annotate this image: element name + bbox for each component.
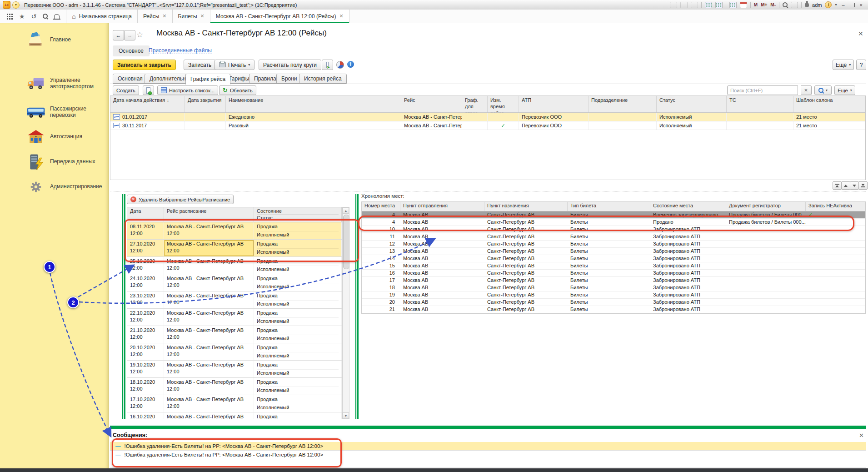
delete-selected-runs-button[interactable]: ✕ Удалить Выбранные РейсыРасписание (127, 195, 234, 204)
run-row[interactable]: 18.10.202012:00 Москва АВ - Санкт-Петерб… (127, 378, 342, 395)
forward-button[interactable]: → (124, 30, 135, 40)
seat-row[interactable]: 21 Москва АВ Санкт-Петербург АВ Билеты З… (362, 306, 865, 313)
run-row[interactable]: 27.10.202012:00 Москва АВ - Санкт-Петерб… (127, 240, 342, 257)
favorite-star-icon[interactable]: ☆ (136, 30, 143, 40)
memory-button[interactable]: M (754, 2, 758, 7)
seat-row[interactable]: 14 Москва АВ Санкт-Петербург АВ Билеты З… (362, 255, 865, 262)
run-row[interactable]: 08.11.202012:00 Москва АВ - Санкт-Петерб… (127, 222, 342, 240)
sidebar-item-avtostanciya[interactable]: Автостанция (0, 125, 109, 149)
notifications-icon[interactable] (54, 14, 60, 19)
scroll-up-icon[interactable]: ▲ (343, 207, 349, 214)
close-tab-icon[interactable]: ✕ (162, 13, 166, 19)
nav-link-main[interactable]: Основное (113, 45, 150, 56)
tab-bilety[interactable]: Билеты ✕ (172, 10, 210, 23)
schedule-row[interactable]: 30.11.2017 Разовый Москва АВ - Санкт-Пет… (110, 121, 865, 130)
sidebar-item-administrirovanie[interactable]: Администрирование (0, 175, 109, 199)
seat-row[interactable]: 16 Москва АВ Санкт-Петербург АВ Билеты З… (362, 270, 865, 277)
move-top-button[interactable] (833, 181, 842, 190)
maximize-button[interactable] (850, 3, 855, 7)
more-button-list[interactable]: Еще▾ (834, 85, 855, 95)
print-icon[interactable] (680, 2, 688, 8)
print-button[interactable]: Печать▾ (215, 60, 254, 70)
close-tab-icon[interactable]: ✕ (200, 13, 205, 19)
scrollbar-thumb[interactable] (343, 215, 349, 269)
calculator-icon[interactable] (729, 2, 737, 8)
run-row[interactable]: 21.10.202012:00 Москва АВ - Санкт-Петерб… (127, 326, 342, 343)
move-down-button[interactable] (850, 181, 859, 190)
back-button[interactable]: ← (113, 30, 124, 40)
schedule-row[interactable]: 01.01.2017 Ежедневно Москва АВ - Санкт-П… (110, 113, 865, 121)
move-bottom-button[interactable] (858, 181, 868, 190)
history-icon[interactable]: ↺ (31, 13, 37, 20)
print-preview-icon[interactable] (691, 2, 698, 8)
seat-row[interactable]: 15 Москва АВ Санкт-Петербург АВ Билеты З… (362, 262, 865, 270)
seat-row[interactable]: 13 Москва АВ Санкт-Петербург АВ Билеты З… (362, 248, 865, 255)
memory-plus-button[interactable]: M+ (761, 2, 767, 7)
tab-moskva-spb[interactable]: Москва АВ - Санкт-Петербург АВ 12:00 (Ре… (210, 10, 349, 23)
message-row[interactable]: — !Ошибка удаления-Есть Билеты! на РР: <… (110, 442, 866, 451)
save-icon[interactable] (670, 2, 677, 8)
seat-row[interactable]: 4 Москва АВ Санкт-Петербург АВ Билеты Пр… (362, 219, 865, 226)
calc-half-circles-button[interactable]: Расчитать полу круги (259, 60, 321, 70)
form-close-icon[interactable]: ✕ (858, 30, 863, 37)
tab-osnovnaya[interactable]: Основная (113, 74, 148, 84)
message-row[interactable]: — !Ошибка удаления-Есть Билеты! на РР: <… (110, 451, 866, 459)
create-button[interactable]: Создать (113, 85, 139, 95)
seat-row[interactable]: 12 Москва АВ Санкт-Петербург АВ Билеты З… (362, 241, 865, 248)
sidebar-item-peredacha-dannyh[interactable]: Передача данных (0, 150, 109, 174)
messages-close-icon[interactable]: ✕ (859, 432, 864, 439)
zoom-icon[interactable] (783, 2, 788, 7)
info-icon[interactable]: i (825, 1, 832, 8)
tab-home[interactable]: ⌂ Начальная страница (66, 10, 137, 23)
report-button[interactable]: ➤ (322, 60, 333, 70)
memory-minus-button[interactable]: M- (770, 2, 776, 7)
scroll-down-icon[interactable]: ▼ (343, 412, 349, 419)
tab-broni[interactable]: Брони (276, 74, 302, 84)
all-functions-icon[interactable] (6, 13, 13, 20)
runs-scrollbar[interactable]: ▲ ▼ (342, 207, 349, 419)
save-close-button[interactable]: Записать и закрыть (113, 60, 176, 70)
seat-row[interactable]: 17 Москва АВ Санкт-Петербург АВ Билеты З… (362, 277, 865, 284)
runs-table-header[interactable]: Дата Рейс расписание СостояниеСтатус (127, 207, 342, 222)
clear-search-button[interactable]: ✕ (801, 85, 812, 95)
info-button[interactable]: i (347, 61, 354, 68)
calendar-icon[interactable] (740, 2, 747, 8)
sidebar-item-passazhirskie-perevozki[interactable]: Пассажирские перевозки (0, 100, 109, 124)
seat-row[interactable]: 19 Москва АВ Санкт-Петербург АВ Билеты З… (362, 291, 865, 299)
run-row[interactable]: 22.10.202012:00 Москва АВ - Санкт-Петерб… (127, 309, 342, 326)
move-up-button[interactable] (841, 181, 850, 190)
run-row[interactable]: 16.10.202012:00 Москва АВ - Санкт-Петерб… (127, 412, 342, 419)
seat-row[interactable]: 10 Москва АВ Санкт-Петербург АВ Билеты З… (362, 226, 865, 233)
chevron-down-icon[interactable]: ▾ (835, 3, 837, 7)
sidebar-item-glavnoe[interactable]: Главное (0, 28, 109, 52)
search-input[interactable] (727, 85, 798, 95)
run-row[interactable]: 20.10.202012:00 Москва АВ - Санкт-Петерб… (127, 343, 342, 361)
seat-row[interactable]: 20 Москва АВ Санкт-Петербург АВ Билеты З… (362, 299, 865, 306)
help-button[interactable]: ? (856, 60, 866, 70)
chronology-table-header[interactable]: Номер места Пункт отправления Пункт назн… (362, 202, 865, 211)
seat-row[interactable]: 4 Москва АВ Санкт-Петербург АВ Билеты Вр… (362, 211, 865, 219)
run-row[interactable]: 17.10.202012:00 Москва АВ - Санкт-Петерб… (127, 395, 342, 412)
get-link-icon[interactable] (705, 2, 712, 8)
schedule-table-header[interactable]: Дата начала действия↓ Дата закрытия Наим… (110, 96, 865, 113)
refresh-button[interactable]: ↻ Обновить (219, 85, 256, 95)
nav-link-attached-files[interactable]: Присоединенные файлы (149, 47, 212, 54)
tab-istoriya-reysa[interactable]: История рейса (299, 74, 347, 84)
tab-reisy[interactable]: Рейсы ✕ (137, 10, 172, 23)
configure-list-button[interactable]: Настроить список... (157, 85, 218, 95)
main-menu-icon[interactable]: ▼ (12, 1, 20, 9)
find-button[interactable]: ▾ (814, 85, 832, 95)
seat-row[interactable]: 11 Москва АВ Санкт-Петербург АВ Билеты З… (362, 233, 865, 241)
split-view-icon[interactable] (791, 2, 798, 8)
more-button-top[interactable]: Еще▾ (833, 60, 854, 70)
sidebar-item-upravlenie-avtotransportom[interactable]: Управление автотранспортом (0, 72, 109, 95)
seat-row[interactable]: 18 Москва АВ Санкт-Петербург АВ Билеты З… (362, 284, 865, 291)
close-button[interactable]: × (858, 2, 864, 8)
run-row[interactable]: 23.10.202012:00 Москва АВ - Санкт-Петерб… (127, 291, 342, 309)
run-row[interactable]: 24.10.202012:00 Москва АВ - Санкт-Петерб… (127, 274, 342, 291)
copy-button[interactable]: + (143, 85, 154, 95)
close-tab-icon[interactable]: ✕ (339, 13, 343, 19)
run-row[interactable]: 19.10.202012:00 Москва АВ - Санкт-Петерб… (127, 361, 342, 378)
save-button[interactable]: Записать (184, 60, 216, 70)
minimize-button[interactable]: – (840, 2, 846, 8)
